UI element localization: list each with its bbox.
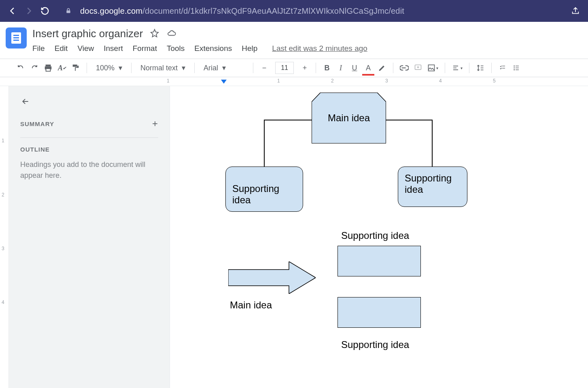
outline-heading: OUTLINE [20,146,158,153]
doc-title[interactable]: Insert graphic organizer [32,27,143,40]
svg-rect-4 [73,65,77,67]
menu-insert[interactable]: Insert [104,44,123,53]
nav-back-icon[interactable] [8,6,17,15]
menu-format[interactable]: Format [133,44,157,53]
outline-sidebar: SUMMARY + OUTLINE Headings you add to th… [9,86,170,388]
connector-line [384,120,432,120]
insert-link-button[interactable] [398,62,410,74]
arrow-shape[interactable] [228,261,316,294]
svg-marker-13 [312,93,386,143]
svg-point-7 [514,65,515,67]
font-size-increase[interactable]: + [299,62,311,74]
svg-rect-12 [516,70,519,70]
bulleted-list-button[interactable] [510,62,522,74]
connector-line [432,120,433,167]
toolbar: A✔ 100%▾ Normal text▾ Arial▾ − 11 + B I … [0,59,588,77]
highlight-button[interactable] [376,62,388,74]
menu-tools[interactable]: Tools [167,44,185,53]
line-spacing-button[interactable] [474,62,486,74]
text-color-button[interactable]: A [362,62,374,74]
cloud-saved-icon[interactable] [166,29,177,39]
align-button[interactable]: ▾ [450,62,464,74]
nav-reload-icon[interactable] [40,6,49,15]
svg-point-9 [514,69,515,70]
shape-label: Supporting idea [226,167,303,211]
svg-rect-11 [516,67,519,68]
style-select[interactable]: Normal text▾ [136,63,189,72]
sidebar-collapse-button[interactable] [20,96,158,108]
url-bar[interactable]: docs.google.com/document/d/1kdkrl7sNkQdF… [80,6,404,16]
indent-marker-icon[interactable] [221,80,227,84]
font-size-decrease[interactable]: − [258,62,270,74]
lock-icon [64,6,73,15]
menu-edit[interactable]: Edit [55,44,68,53]
star-icon[interactable] [150,29,159,39]
bold-button[interactable]: B [321,62,333,74]
insert-image-button[interactable]: ▾ [426,62,440,74]
menu-extensions[interactable]: Extensions [194,44,232,53]
summary-heading: SUMMARY [20,120,54,127]
nav-forward-icon[interactable] [24,6,33,15]
zoom-select[interactable]: 100%▾ [92,63,126,72]
italic-button[interactable]: I [335,62,347,74]
menu-row: File Edit View Insert Format Tools Exten… [32,44,367,53]
menu-file[interactable]: File [32,44,45,53]
chevron-down-icon: ▾ [182,63,185,72]
connector-line [264,120,312,120]
add-summary-button[interactable]: + [152,118,158,129]
svg-rect-0 [66,11,70,13]
add-comment-button[interactable] [412,62,424,74]
docs-logo[interactable] [6,27,27,48]
checklist-button[interactable] [497,62,509,74]
shape-rect-1[interactable] [338,246,421,276]
chevron-down-icon: ▾ [119,63,122,72]
chevron-down-icon: ▾ [222,63,226,72]
redo-button[interactable] [28,62,40,74]
svg-rect-1 [46,65,51,67]
font-size-input[interactable]: 11 [275,62,294,74]
svg-rect-3 [46,69,51,71]
font-select[interactable]: Arial▾ [200,63,248,72]
underline-button[interactable]: U [348,62,361,74]
spellcheck-button[interactable]: A✔ [56,62,68,74]
browser-bar: docs.google.com/document/d/1kdkrl7sNkQdF… [0,0,588,22]
svg-point-8 [514,67,515,69]
svg-rect-6 [429,65,435,71]
label-main-bottom: Main idea [230,299,272,311]
label-supporting-top: Supporting idea [341,230,409,241]
document-canvas[interactable]: Main idea Supporting idea Supporting ide… [170,86,588,388]
url-path: /document/d/1kdkrl7sNkQdF9AeuAAlJtZt7zMl… [142,6,404,15]
url-host: docs.google.com [80,6,142,15]
svg-rect-10 [516,66,519,66]
connector-line [264,120,265,167]
shape-supporting-right[interactable]: Supporting idea [398,167,467,207]
shape-supporting-left[interactable]: Supporting idea [225,167,303,212]
doc-header: Insert graphic organizer File Edit View … [0,22,588,53]
undo-button[interactable] [15,62,27,74]
label-supporting-bottom: Supporting idea [341,339,409,350]
shape-rect-2[interactable] [338,297,421,328]
shape-label: Supporting idea [398,167,467,201]
menu-help[interactable]: Help [242,44,257,53]
paint-format-button[interactable] [70,62,82,74]
edit-status[interactable]: Last edit was 2 minutes ago [272,44,367,53]
print-button[interactable] [42,62,54,74]
menu-view[interactable]: View [77,44,94,53]
share-icon[interactable] [571,6,580,15]
svg-marker-14 [228,261,316,294]
horizontal-ruler[interactable]: 1 1 2 3 4 5 [0,77,588,86]
outline-placeholder: Headings you add to the document will ap… [20,159,158,181]
vertical-ruler[interactable]: 1 2 3 4 [0,86,9,388]
